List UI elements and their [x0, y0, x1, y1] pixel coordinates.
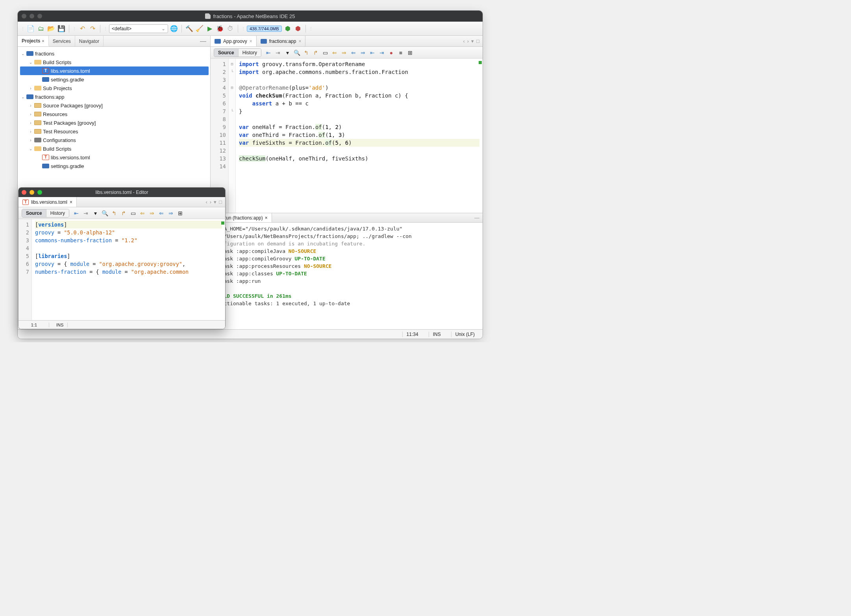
profile-icon[interactable]: ⏱ [226, 24, 235, 33]
disclosure-icon[interactable]: › [29, 129, 33, 134]
tree-sub-projects[interactable]: › Sub Projects [20, 84, 209, 92]
nav-back-icon[interactable]: ⇤ [72, 209, 80, 217]
gc-icon[interactable]: ⬢ [283, 24, 292, 33]
nav-fwd-icon[interactable]: ⇥ [274, 49, 282, 57]
tree-project-fractions[interactable]: ⌄ fractions [20, 49, 209, 58]
diff-next-icon[interactable]: ⇒ [148, 209, 156, 217]
tree-settings-gradle-2[interactable]: settings.gradle [20, 162, 209, 170]
code-editor[interactable]: 1234567891011121314 ⊟└⊟└ import import g… [211, 59, 483, 213]
output-console[interactable]: JAVA_HOME="/Users/paulk/.sdkman/candidat… [211, 223, 483, 329]
minimize-output-icon[interactable]: — [474, 215, 479, 221]
maximize-icon[interactable]: □ [219, 199, 222, 205]
tree-test-packages[interactable]: › Test Packages [groovy] [20, 118, 209, 127]
shift-right-icon[interactable]: ⇥ [378, 49, 386, 57]
minimize-sidebar-icon[interactable]: — [196, 38, 210, 45]
close-icon[interactable]: × [70, 199, 72, 205]
tree-project-fractions-app[interactable]: ⌄ fractions:app [20, 92, 209, 101]
tab-fractions-app[interactable]: fractions:app × [257, 36, 306, 46]
diff-prev-icon[interactable]: ⇐ [139, 209, 146, 217]
float-code-content[interactable]: [versions] groovy = "5.0.0-alpha-12" com… [32, 219, 225, 320]
tree-build-scripts[interactable]: ⌄ Build Scripts [20, 58, 209, 66]
disclosure-icon[interactable]: › [29, 86, 33, 90]
disclosure-icon[interactable]: ⌄ [21, 95, 25, 99]
nav-back-icon[interactable]: ⇤ [265, 49, 272, 57]
bookmark-prev-icon[interactable]: ⇐ [350, 49, 357, 57]
tree-libs-versions-toml-2[interactable]: T libs.versions.toml [20, 153, 209, 162]
prev-tab-icon[interactable]: ‹ [463, 38, 464, 44]
tree-resources[interactable]: › Resources [20, 110, 209, 118]
tab-projects[interactable]: Projects × [18, 36, 49, 46]
bookmark-next-icon[interactable]: ⇒ [167, 209, 175, 217]
error-stripe-marker[interactable] [479, 61, 482, 64]
line-ending[interactable]: Unix (LF) [451, 332, 479, 337]
next-icon[interactable]: ↱ [120, 209, 128, 217]
next-tab-icon[interactable]: › [210, 199, 211, 205]
build-icon[interactable]: 🔨 [185, 24, 194, 33]
bookmark-prev-icon[interactable]: ⇐ [157, 209, 165, 217]
prev-icon[interactable]: ↰ [302, 49, 310, 57]
shift-left-icon[interactable]: ⇤ [368, 49, 376, 57]
disclosure-icon[interactable]: › [29, 121, 33, 125]
insert-mode[interactable]: INS [429, 332, 445, 337]
clean-build-icon[interactable]: 🧹 [195, 24, 204, 33]
close-icon[interactable]: × [250, 39, 252, 44]
run-config-combo[interactable]: <default> ⌄ [109, 24, 168, 33]
debug-icon[interactable]: 🐞 [216, 24, 224, 33]
globe-icon[interactable]: 🌐 [170, 24, 178, 33]
dropdown-icon[interactable]: ▾ [283, 49, 291, 57]
record-macro-icon[interactable]: ● [387, 49, 395, 57]
float-insert-mode[interactable]: INS [55, 323, 68, 327]
dropdown-icon[interactable]: ▾ [214, 199, 216, 205]
fold-column[interactable]: ⊟└⊟└ [229, 59, 236, 213]
new-project-icon[interactable]: 🗂 [37, 24, 45, 33]
diff-prev-icon[interactable]: ⇐ [331, 49, 339, 57]
next-icon[interactable]: ↱ [312, 49, 320, 57]
stop-macro-icon[interactable]: ■ [397, 49, 405, 57]
disclosure-icon[interactable]: › [29, 112, 33, 116]
open-icon[interactable]: 📂 [47, 24, 56, 33]
history-tab[interactable]: History [46, 209, 69, 217]
prev-icon[interactable]: ↰ [110, 209, 118, 217]
error-stripe-marker[interactable] [221, 221, 224, 225]
bookmark-next-icon[interactable]: ⇒ [359, 49, 367, 57]
dropdown-icon[interactable]: ▾ [471, 38, 474, 44]
find-icon[interactable]: 🔍 [101, 209, 109, 217]
history-tab[interactable]: History [239, 49, 261, 57]
close-icon[interactable]: × [42, 39, 44, 43]
split-icon[interactable]: ⊞ [176, 209, 184, 217]
disclosure-icon[interactable]: ⌄ [29, 147, 33, 151]
next-tab-icon[interactable]: › [467, 38, 469, 44]
disclosure-icon[interactable]: › [29, 103, 33, 108]
save-all-icon[interactable]: 💾 [57, 24, 66, 33]
select-icon[interactable]: ▭ [321, 49, 329, 57]
disclosure-icon[interactable]: ⌄ [21, 52, 25, 56]
code-content[interactable]: import import groovy.transform.OperatorR… [236, 59, 483, 213]
tree-source-packages[interactable]: › Source Packages [groovy] [20, 101, 209, 110]
memory-badge[interactable]: 438.7/744.0MB [247, 26, 282, 32]
close-icon[interactable]: × [298, 39, 301, 44]
split-icon[interactable]: ⊞ [406, 49, 414, 57]
tab-app-groovy[interactable]: App.groovy × [211, 36, 257, 46]
find-icon[interactable]: 🔍 [293, 49, 301, 57]
redo-icon[interactable]: ↷ [88, 24, 97, 33]
tab-services[interactable]: Services [49, 36, 75, 46]
tree-libs-versions-toml[interactable]: T libs.versions.toml [20, 66, 209, 75]
float-code-editor[interactable]: 1234567 [versions] groovy = "5.0.0-alpha… [18, 219, 225, 320]
tree-build-scripts-2[interactable]: ⌄ Build Scripts [20, 144, 209, 153]
select-icon[interactable]: ▭ [129, 209, 137, 217]
dropdown-icon[interactable]: ▾ [91, 209, 99, 217]
new-file-icon[interactable]: 📄 [26, 24, 35, 33]
maximize-icon[interactable]: □ [476, 38, 479, 44]
disclosure-icon[interactable]: › [29, 138, 33, 142]
tree-settings-gradle[interactable]: settings.gradle [20, 75, 209, 84]
disclosure-icon[interactable]: ⌄ [29, 60, 33, 65]
diff-next-icon[interactable]: ⇒ [340, 49, 348, 57]
tree-test-resources[interactable]: › Test Resources [20, 127, 209, 136]
source-tab[interactable]: Source [22, 209, 46, 217]
tree-configurations[interactable]: › Configurations [20, 136, 209, 144]
tab-navigator[interactable]: Navigator [75, 36, 104, 46]
close-icon[interactable]: × [265, 215, 268, 221]
nav-fwd-icon[interactable]: ⇥ [82, 209, 90, 217]
run-icon[interactable]: ▶ [205, 24, 214, 33]
undo-icon[interactable]: ↶ [78, 24, 87, 33]
